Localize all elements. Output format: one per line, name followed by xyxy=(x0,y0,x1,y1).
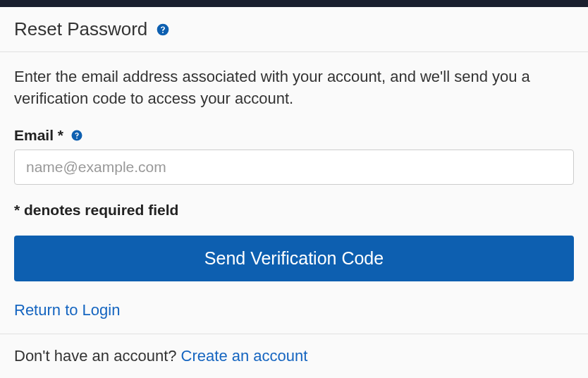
help-icon[interactable] xyxy=(71,129,83,142)
reset-password-panel: Reset Password Enter the email address a… xyxy=(0,7,588,378)
description-text: Enter the email address associated with … xyxy=(14,66,574,110)
panel-header: Reset Password xyxy=(0,7,588,52)
email-input[interactable] xyxy=(14,150,574,185)
send-verification-button[interactable]: Send Verification Code xyxy=(14,236,574,281)
panel-content: Enter the email address associated with … xyxy=(0,52,588,334)
email-label: Email * xyxy=(14,127,63,144)
top-bar xyxy=(0,0,588,7)
email-form-group: Email * xyxy=(14,127,574,185)
footer-prompt: Don't have an account? xyxy=(14,347,181,365)
email-label-row: Email * xyxy=(14,127,574,144)
return-link-row: Return to Login xyxy=(14,301,574,319)
panel-footer: Don't have an account? Create an account xyxy=(0,334,588,378)
create-account-link[interactable]: Create an account xyxy=(181,347,308,365)
return-to-login-link[interactable]: Return to Login xyxy=(14,301,120,319)
required-note: * denotes required field xyxy=(14,202,574,219)
page-title: Reset Password xyxy=(14,18,147,40)
help-icon[interactable] xyxy=(156,23,170,37)
